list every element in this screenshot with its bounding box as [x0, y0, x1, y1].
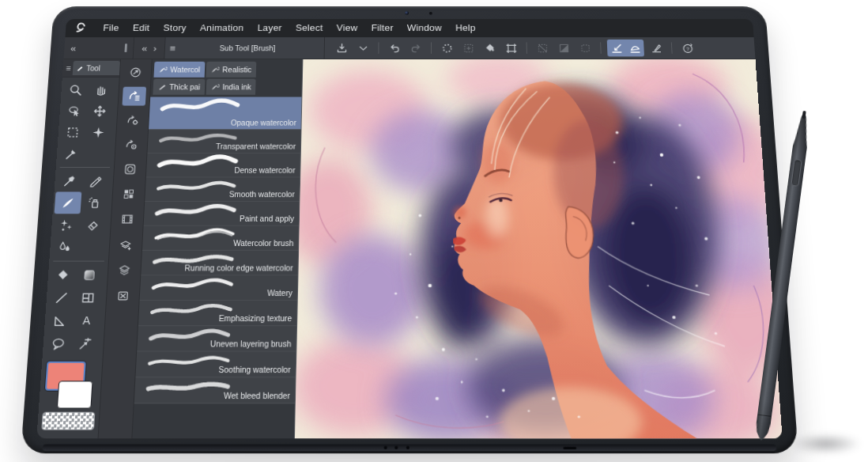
text-tool-icon[interactable]: A [73, 309, 101, 332]
help-icon[interactable]: ? [677, 40, 696, 57]
zoom-tool-icon[interactable] [62, 80, 89, 101]
screen-mode-icon[interactable] [118, 160, 142, 180]
brush-tool-icon[interactable] [55, 191, 82, 214]
menu-story[interactable]: Story [156, 19, 193, 37]
tab-label: Thick pai [169, 83, 200, 91]
layer-stack-icon[interactable] [112, 260, 138, 281]
blend-tool-icon[interactable] [51, 236, 79, 258]
crossed-frame-icon[interactable] [111, 286, 136, 306]
figure-tool-icon[interactable] [46, 309, 74, 332]
hand-tool-icon[interactable] [88, 80, 115, 101]
tab-india-ink[interactable]: India ink [206, 79, 256, 95]
decoration-tool-icon[interactable] [53, 214, 81, 236]
tab-thick-paint[interactable]: Thick pai [153, 79, 205, 95]
tab-watercolor[interactable]: Watercol [153, 62, 205, 78]
brush-row-emphasizing-texture[interactable]: Emphasizing texture [138, 301, 297, 326]
tool-tab-label: Tool [86, 64, 100, 72]
flip-horizontal-icon[interactable] [122, 87, 146, 106]
move-tool-icon[interactable] [86, 100, 113, 122]
brush-row-wet-bleed-blender[interactable]: Wet bleed blender [134, 377, 296, 403]
frame-border-tool-icon[interactable] [74, 286, 102, 309]
tab-tool[interactable]: Tool [73, 61, 120, 75]
toolbar-separator [431, 42, 432, 53]
collapse-left-icon[interactable]: « [70, 44, 77, 53]
brush-row-opaque-watercolor[interactable]: Opaque watercolor [149, 97, 301, 131]
refresh-icon[interactable] [438, 40, 456, 57]
eyedropper-tool-icon[interactable] [58, 143, 85, 165]
brush-row-paint-and-apply[interactable]: Paint and apply [144, 202, 300, 226]
drag-handle[interactable] [124, 44, 127, 52]
gradient-tool-icon[interactable] [75, 264, 103, 287]
expand-more-icon[interactable] [353, 40, 372, 57]
brush-row-soothing-watercolor[interactable]: Soothing watercolor [135, 352, 296, 378]
menu-select[interactable]: Select [289, 19, 330, 37]
secondary-color-swatch[interactable] [57, 381, 93, 408]
subtool-tabs: Watercol Realistic Thick pai India ink [150, 59, 302, 95]
line-tool-icon[interactable] [47, 286, 75, 309]
clip-studio-paint-logo-icon[interactable] [73, 21, 89, 36]
menu-filter[interactable]: Filter [364, 19, 400, 37]
airbrush-tool-icon[interactable] [81, 191, 108, 214]
menu-edit[interactable]: Edit [126, 19, 157, 37]
toolbar-separator [671, 42, 673, 53]
menu-layer[interactable]: Layer [250, 19, 289, 37]
collapse-mid-icon[interactable]: « [142, 44, 148, 53]
convert-selection-icon[interactable] [533, 40, 552, 57]
subtool-panel: Watercol Realistic Thick pai India ink O… [132, 59, 303, 438]
save-icon[interactable] [332, 40, 350, 57]
animation-frames-icon[interactable] [115, 210, 139, 229]
correct-line-tool-icon[interactable] [71, 332, 100, 355]
brush-row-watery[interactable]: Watery [140, 275, 298, 301]
special-ruler-snap-icon[interactable] [625, 40, 644, 57]
balloon-tool-icon[interactable] [44, 332, 73, 355]
brush-row-uneven-layering-brush[interactable]: Uneven layering brush [137, 326, 296, 351]
menu-help[interactable]: Help [448, 19, 482, 37]
color-swatches [37, 360, 103, 435]
color-set-icon[interactable] [116, 184, 141, 204]
brush-row-dense-watercolor[interactable]: Dense watercolor [146, 153, 300, 177]
brush-list: Opaque watercolor Transparent watercolor… [134, 97, 302, 404]
tab-label: Watercol [170, 66, 200, 74]
fill-tool-icon[interactable] [49, 264, 77, 287]
new-layer-icon[interactable] [113, 234, 138, 254]
marquee-tool-icon[interactable] [59, 122, 86, 143]
tone-selection-icon[interactable] [554, 40, 573, 57]
brush-row-watercolor-brush[interactable]: Watercolor brush [142, 226, 299, 251]
transparent-color-swatch[interactable] [41, 412, 95, 430]
operate-tool-icon[interactable] [61, 100, 88, 122]
pen-tool-icon[interactable] [56, 170, 84, 192]
deselect-icon[interactable] [459, 40, 477, 57]
front-camera [406, 11, 409, 14]
crop-frame-icon[interactable] [502, 40, 521, 57]
ruler-snap-icon[interactable] [607, 40, 626, 57]
toolbar-separator [600, 42, 602, 53]
transform-settings-icon[interactable] [121, 111, 145, 130]
menu-window[interactable]: Window [400, 19, 448, 37]
app-screen: File Edit Story Animation Layer Select V… [36, 19, 782, 438]
target-settings-icon[interactable] [119, 135, 144, 154]
menu-animation[interactable]: Animation [193, 19, 251, 37]
tool-panel-menu-icon[interactable]: ≡ [66, 64, 71, 72]
pencil-tool-icon[interactable] [81, 170, 108, 192]
perspective-snap-icon[interactable] [647, 40, 666, 57]
expand-right-icon[interactable]: › [153, 44, 157, 53]
scene: File Edit Story Animation Layer Select V… [0, 0, 868, 462]
tool-panel-header-strip: « [64, 37, 135, 59]
rotate-view-icon[interactable] [123, 63, 147, 82]
canvas-area[interactable] [295, 59, 783, 438]
panel-empty-area [132, 403, 295, 438]
stamp-selection-icon[interactable] [576, 40, 594, 57]
brush-row-running-color-edge-watercolor[interactable]: Running color edge watercolor [141, 251, 298, 275]
palette-divider [53, 261, 104, 262]
brush-row-transparent-watercolor[interactable]: Transparent watercolor [147, 130, 300, 153]
menu-view[interactable]: View [330, 19, 364, 37]
snap-group [607, 40, 644, 57]
redo-icon[interactable] [406, 40, 425, 57]
eraser-tool-icon[interactable] [79, 214, 107, 236]
menu-file[interactable]: File [96, 19, 126, 37]
auto-select-tool-icon[interactable] [85, 122, 111, 143]
tab-realistic[interactable]: Realistic [206, 62, 257, 78]
brush-row-smooth-watercolor[interactable]: Smooth watercolor [145, 177, 300, 202]
fill-icon[interactable] [481, 40, 500, 57]
undo-icon[interactable] [385, 40, 403, 57]
